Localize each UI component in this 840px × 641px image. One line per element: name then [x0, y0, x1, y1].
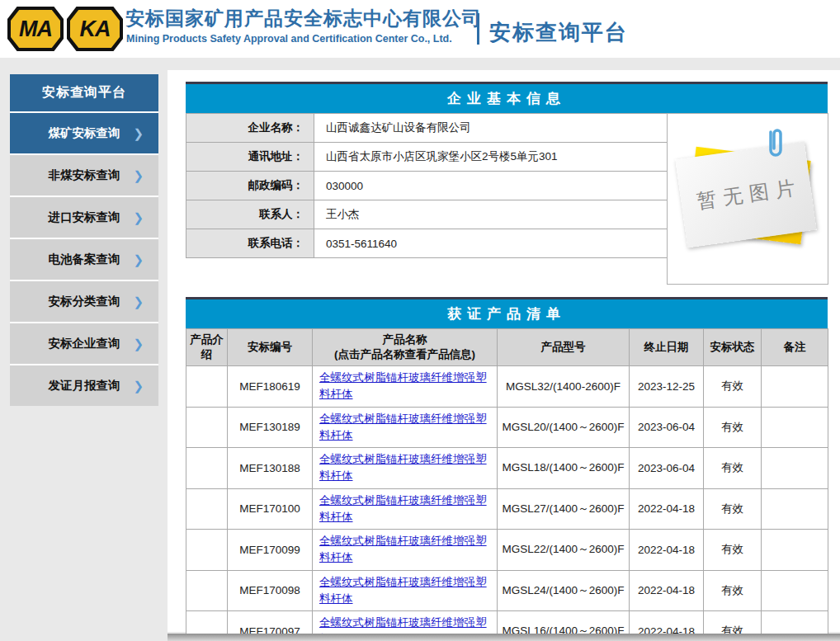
chevron-right-icon: ❯ — [133, 126, 144, 141]
table-row: MEF130188 全螺纹式树脂锚杆玻璃纤维增强塑料杆体 MGSL18/(140… — [186, 448, 828, 489]
org-name-en: Mining Products Safety Approval and Cert… — [126, 33, 452, 45]
table-row: 联系人： 王小杰 — [186, 200, 668, 229]
company-image-placeholder: 暂无图片 — [667, 113, 828, 285]
contact-label: 联系人： — [186, 200, 314, 229]
model-cell: MGSL27/(1400～2600)F — [498, 488, 630, 530]
sidebar-item-label: 煤矿安标查询 — [49, 125, 120, 141]
status-cell: 有效 — [704, 530, 762, 571]
product-list-title: 获证产品清单 — [186, 297, 828, 328]
col-header-name: 产品名称 (点击产品名称查看产品信息) — [313, 329, 498, 366]
chevron-right-icon: ❯ — [133, 295, 144, 309]
table-row: 邮政编码： 030000 — [186, 172, 668, 200]
ka-badge-icon: KA — [67, 7, 123, 51]
sidebar-item-label: 电池备案查询 — [49, 252, 120, 267]
col-header-remark: 备注 — [762, 329, 828, 366]
chevron-right-icon: ❯ — [133, 379, 144, 394]
chevron-right-icon: ❯ — [133, 252, 144, 267]
ma-badge-icon: MA — [7, 7, 64, 51]
cert-no-cell: MEF180619 — [228, 366, 313, 408]
table-row: MEF180619 全螺纹式树脂锚杆玻璃纤维增强塑料杆体 MGSL32/(140… — [186, 366, 828, 408]
ma-badge-text: MA — [11, 10, 60, 48]
end-date-cell: 2022-04-18 — [630, 530, 704, 571]
remark-cell — [762, 366, 828, 408]
sidebar-item-battery-record-query[interactable]: 电池备案查询 ❯ — [10, 239, 158, 280]
contact-value: 王小杰 — [314, 200, 668, 229]
table-row: MEF130189 全螺纹式树脂锚杆玻璃纤维增强塑料杆体 MGSL20/(140… — [186, 407, 828, 448]
cert-no-cell: MEF170098 — [228, 570, 313, 611]
sidebar-item-enterprise-query[interactable]: 安标企业查询 ❯ — [10, 323, 158, 364]
ka-badge-text: KA — [70, 10, 120, 48]
product-intro-cell — [186, 448, 228, 489]
product-table: 产品介绍 安标编号 产品名称 (点击产品名称查看产品信息) 产品型号 终止日期 … — [186, 328, 828, 641]
chevron-right-icon: ❯ — [133, 168, 144, 183]
col-header-end-date: 终止日期 — [630, 329, 704, 366]
col-header-status: 安标状态 — [704, 329, 762, 366]
model-cell: MGSL22/(1400～2600)F — [498, 530, 630, 571]
table-row: MEF170100 全螺纹式树脂锚杆玻璃纤维增强塑料杆体 MGSL27/(140… — [186, 488, 828, 530]
maka-logo: MA KA — [7, 7, 123, 51]
sidebar-item-label: 安标分类查询 — [49, 294, 120, 309]
product-name-link[interactable]: 全螺纹式树脂锚杆玻璃纤维增强塑料杆体 — [319, 576, 487, 605]
platform-title: 安标查询平台 — [489, 18, 628, 47]
postcode-value: 030000 — [314, 172, 668, 200]
sidebar-item-import-query[interactable]: 进口安标查询 ❯ — [10, 197, 158, 238]
product-intro-cell — [186, 366, 228, 408]
product-name-link[interactable]: 全螺纹式树脂锚杆玻璃纤维增强塑料杆体 — [319, 494, 487, 523]
end-date-cell: 2023-06-04 — [630, 448, 704, 489]
model-cell: MGSL20/(1400～2600)F — [498, 407, 630, 448]
sidebar-item-monthly-report-query[interactable]: 发证月报查询 ❯ — [10, 365, 158, 406]
cert-no-cell: MEF170099 — [228, 530, 313, 571]
product-name-link[interactable]: 全螺纹式树脂锚杆玻璃纤维增强塑料杆体 — [319, 371, 487, 400]
end-date-cell: 2023-06-04 — [630, 407, 704, 448]
remark-cell — [762, 407, 828, 448]
address-value: 山西省太原市小店区巩家堡小区2号楼5单元301 — [314, 143, 668, 172]
model-cell: MGSL24/(1400～2600)F — [498, 570, 630, 611]
table-row: MEF170099 全螺纹式树脂锚杆玻璃纤维增强塑料杆体 MGSL22/(140… — [186, 530, 828, 571]
remark-cell — [762, 448, 828, 489]
end-date-cell: 2023-12-25 — [630, 366, 704, 408]
model-cell: MGSL18/(1400～2600)F — [498, 448, 630, 489]
model-cell: MGSL32/(1400-2600)F — [498, 366, 630, 408]
end-date-cell: 2022-04-18 — [630, 570, 704, 611]
phone-label: 联系电话： — [186, 229, 314, 258]
status-cell: 有效 — [704, 488, 762, 530]
col-header-model: 产品型号 — [498, 329, 630, 366]
product-name-link[interactable]: 全螺纹式树脂锚杆玻璃纤维增强塑料杆体 — [319, 412, 487, 441]
sidebar-title: 安标查询平台 — [10, 74, 158, 111]
sidebar: 安标查询平台 煤矿安标查询 ❯ 非煤安标查询 ❯ 进口安标查询 ❯ 电池备案查询… — [10, 74, 158, 406]
product-name-link[interactable]: 全螺纹式树脂锚杆玻璃纤维增强塑料杆体 — [319, 453, 487, 482]
company-info-title: 企业基本信息 — [186, 82, 828, 113]
status-cell: 有效 — [704, 366, 762, 408]
product-name-link[interactable]: 全螺纹式树脂锚杆玻璃纤维增强塑料杆体 — [319, 535, 487, 563]
remark-cell — [762, 488, 828, 530]
footer-divider-bar — [168, 634, 840, 641]
col-header-intro: 产品介绍 — [186, 329, 228, 366]
sidebar-item-classification-query[interactable]: 安标分类查询 ❯ — [10, 281, 158, 322]
top-header: MA KA 安标国家矿用产品安全标志中心有限公司 Mining Products… — [0, 0, 840, 58]
cert-no-cell: MEF170100 — [228, 488, 313, 530]
status-cell: 有效 — [704, 570, 762, 611]
phone-value: 0351-5611640 — [314, 229, 668, 258]
table-row: 通讯地址： 山西省太原市小店区巩家堡小区2号楼5单元301 — [186, 143, 668, 172]
paperclip-icon — [765, 127, 786, 160]
product-intro-cell — [186, 407, 228, 448]
col-header-name-line2: (点击产品名称查看产品信息) — [316, 347, 493, 362]
table-header-row: 产品介绍 安标编号 产品名称 (点击产品名称查看产品信息) 产品型号 终止日期 … — [186, 329, 828, 366]
sidebar-item-coal-mine-query[interactable]: 煤矿安标查询 ❯ — [10, 113, 158, 153]
sidebar-item-label: 安标企业查询 — [49, 336, 120, 351]
product-intro-cell — [186, 530, 228, 571]
no-image-card: 暂无图片 — [675, 142, 816, 248]
sidebar-item-label: 非煤安标查询 — [49, 167, 120, 183]
status-cell: 有效 — [704, 448, 762, 489]
no-image-text: 暂无图片 — [688, 174, 803, 216]
company-name-value: 山西诚鑫达矿山设备有限公司 — [314, 114, 668, 143]
sidebar-item-label: 发证月报查询 — [49, 378, 120, 394]
col-header-name-line1: 产品名称 — [316, 332, 493, 347]
end-date-cell: 2022-04-18 — [630, 488, 704, 530]
col-header-cert-no: 安标编号 — [228, 329, 313, 366]
company-info-table: 企业名称： 山西诚鑫达矿山设备有限公司 通讯地址： 山西省太原市小店区巩家堡小区… — [186, 113, 668, 258]
status-cell: 有效 — [704, 407, 762, 448]
chevron-right-icon: ❯ — [133, 337, 144, 351]
sidebar-item-label: 进口安标查询 — [49, 210, 120, 225]
sidebar-item-non-coal-query[interactable]: 非煤安标查询 ❯ — [10, 155, 158, 196]
